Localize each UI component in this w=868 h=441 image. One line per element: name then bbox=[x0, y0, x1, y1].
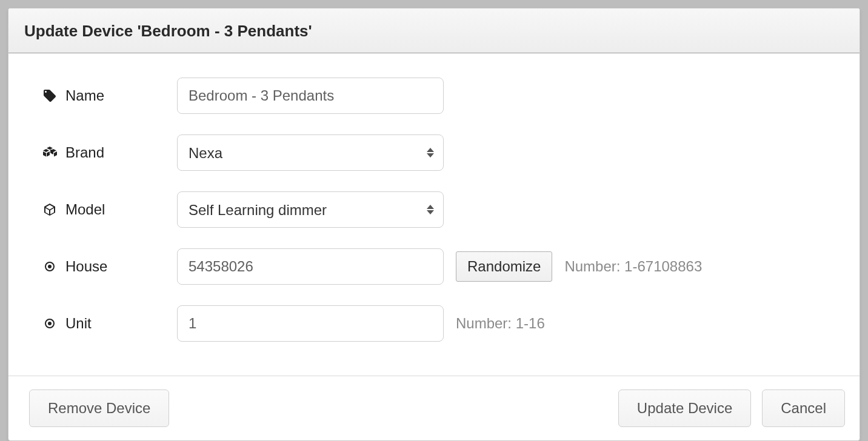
dialog-header: Update Device 'Bedroom - 3 Pendants' bbox=[8, 8, 860, 53]
row-house: House Randomize Number: 1-67108863 bbox=[42, 248, 829, 285]
row-name: Name bbox=[42, 78, 829, 114]
row-model: Model Self Learning dimmer bbox=[42, 191, 829, 228]
tag-icon bbox=[42, 88, 57, 103]
label-unit: Unit bbox=[42, 315, 177, 332]
label-brand-text: Brand bbox=[65, 144, 104, 161]
dialog-title: Update Device 'Bedroom - 3 Pendants' bbox=[24, 22, 844, 41]
label-house-text: House bbox=[65, 258, 107, 275]
label-unit-text: Unit bbox=[65, 315, 92, 332]
update-device-button[interactable]: Update Device bbox=[618, 390, 751, 427]
cube-icon bbox=[42, 202, 57, 217]
label-brand: Brand bbox=[42, 144, 177, 161]
brand-select-wrap: Nexa bbox=[177, 134, 444, 171]
dialog-footer: Remove Device Update Device Cancel bbox=[8, 376, 860, 440]
update-device-dialog: Update Device 'Bedroom - 3 Pendants' Nam… bbox=[8, 8, 860, 441]
label-name-text: Name bbox=[65, 87, 104, 104]
target-icon bbox=[42, 316, 57, 331]
unit-hint: Number: 1-16 bbox=[456, 315, 545, 332]
row-unit: Unit Number: 1-16 bbox=[42, 305, 829, 342]
row-brand: Brand Nexa bbox=[42, 134, 829, 171]
model-select-wrap: Self Learning dimmer bbox=[177, 191, 444, 228]
remove-device-button[interactable]: Remove Device bbox=[29, 390, 169, 427]
target-icon bbox=[42, 259, 57, 274]
label-model: Model bbox=[42, 201, 177, 218]
cancel-button[interactable]: Cancel bbox=[762, 390, 845, 427]
randomize-button[interactable]: Randomize bbox=[456, 251, 552, 282]
model-select[interactable]: Self Learning dimmer bbox=[177, 191, 444, 228]
label-model-text: Model bbox=[65, 201, 105, 218]
house-input[interactable] bbox=[177, 248, 444, 285]
label-house: House bbox=[42, 258, 177, 275]
name-input[interactable] bbox=[177, 78, 444, 114]
label-name: Name bbox=[42, 87, 177, 104]
house-hint: Number: 1-67108863 bbox=[564, 258, 702, 275]
unit-input[interactable] bbox=[177, 305, 444, 342]
cubes-icon bbox=[42, 145, 57, 160]
dialog-body: Name Brand Nexa bbox=[8, 53, 860, 376]
brand-select[interactable]: Nexa bbox=[177, 134, 444, 171]
